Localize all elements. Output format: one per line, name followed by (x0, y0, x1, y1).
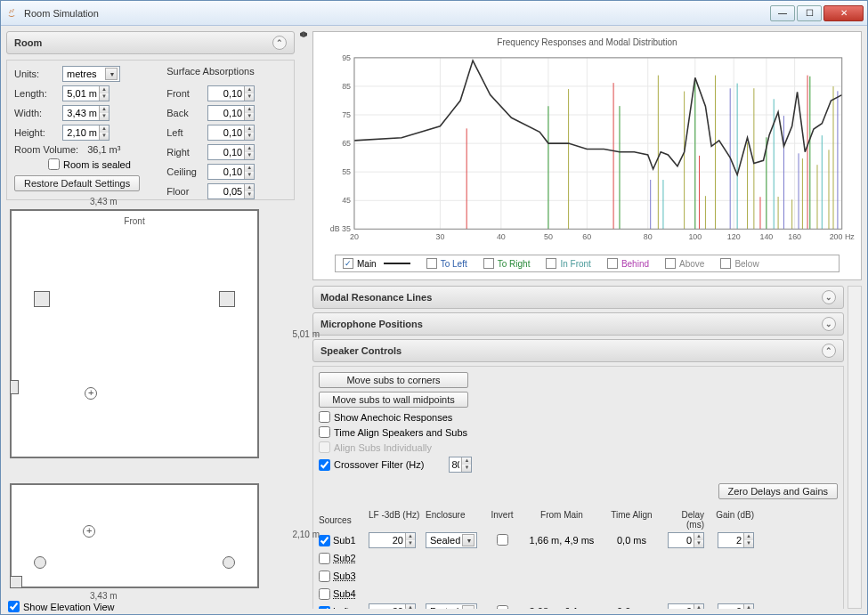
svg-text:30: 30 (435, 232, 444, 241)
pane-splitter[interactable]: ◀▶ (300, 26, 307, 614)
restore-defaults-button[interactable]: Restore Default Settings (14, 175, 140, 191)
chevron-down-icon[interactable]: ⌄ (822, 317, 836, 331)
room-section-header[interactable]: Room ⌃ (6, 31, 295, 54)
elev-sub-right-icon[interactable] (223, 556, 235, 569)
chart-container: Frequency Responses and Modal Distributi… (312, 31, 862, 280)
source-row: Sub1▲▼ Sealed▼ 1,66 m, 4,9 ms 0,0 ms ▲▼ … (319, 531, 838, 549)
width-input[interactable] (63, 106, 99, 120)
height-input[interactable] (63, 125, 99, 140)
col-gain-header: Gain (dB) (710, 510, 754, 530)
ceiling-absorb-spinner[interactable]: ▲▼ (207, 164, 255, 180)
speaker-section-header[interactable]: Speaker Controls ⌃ (312, 339, 844, 362)
source-enclosure-dropdown[interactable]: Ported▼ (426, 603, 477, 609)
source-enable-checkbox[interactable] (319, 606, 330, 610)
source-invert-checkbox[interactable] (497, 534, 508, 546)
mic-section-header[interactable]: Microphone Positions ⌄ (312, 312, 844, 336)
show-elevation-checkbox[interactable] (8, 601, 20, 612)
modal-section-header[interactable]: Modal Resonance Lines ⌄ (312, 286, 844, 309)
svg-text:160: 160 (788, 232, 801, 241)
source-enable-checkbox[interactable] (319, 535, 330, 546)
speaker-right-icon[interactable] (219, 291, 235, 307)
legend-toright-checkbox[interactable] (483, 258, 494, 269)
minimize-button[interactable]: — (770, 5, 795, 21)
source-lf-spinner[interactable]: ▲▼ (369, 532, 416, 548)
height-spinner[interactable]: ▲▼ (62, 125, 110, 141)
move-subs-corners-button[interactable]: Move subs to corners (319, 372, 468, 388)
chevron-down-icon: ▼ (462, 534, 475, 546)
col-sources-header: Sources (319, 510, 363, 530)
source-name: Sub3 (333, 570, 356, 581)
plan-width-label: 3,43 m (90, 197, 118, 206)
left-absorb-spinner[interactable]: ▲▼ (207, 125, 255, 141)
source-enable-checkbox[interactable] (319, 553, 330, 564)
col-enc-header: Enclosure (426, 510, 483, 530)
titlebar[interactable]: Room Simulation — ☐ ✕ (1, 1, 867, 26)
units-value: metres (65, 69, 105, 79)
source-lf-spinner[interactable]: ▲▼ (369, 603, 416, 609)
crossover-spinner[interactable]: ▲▼ (449, 457, 472, 473)
collapse-icon[interactable]: ⌃ (272, 36, 287, 50)
length-spinner[interactable]: ▲▼ (62, 85, 110, 101)
frequency-response-chart[interactable]: dB 3545556575859520304050608010012014016… (317, 49, 857, 251)
right-absorb-label: Right (166, 147, 202, 158)
sources-table: Sources LF -3dB (Hz) Enclosure Invert Fr… (319, 508, 838, 609)
source-from-main: 1,66 m, 4,9 ms (522, 535, 602, 546)
sealed-checkbox[interactable] (48, 158, 60, 170)
svg-text:50: 50 (544, 232, 553, 241)
zero-delays-gains-button[interactable]: Zero Delays and Gains (718, 483, 839, 499)
anechoic-checkbox[interactable] (319, 411, 330, 423)
floor-absorb-spinner[interactable]: ▲▼ (207, 183, 255, 199)
elev-corner-sub-icon[interactable] (10, 576, 22, 588)
sub-icon[interactable] (10, 380, 19, 394)
source-invert-checkbox[interactable] (497, 605, 508, 610)
crossover-checkbox[interactable] (319, 459, 330, 471)
source-row: Left▲▼ Ported▼ 2,08 m, 6,1 ms 0,0 ms ▲▼ … (319, 603, 838, 609)
legend-behind-checkbox[interactable] (607, 258, 618, 269)
units-label: Units: (14, 69, 57, 79)
chevron-down-icon[interactable]: ⌄ (822, 290, 836, 304)
show-elevation-label: Show Elevation View (23, 602, 115, 612)
source-delay-spinner[interactable]: ▲▼ (668, 603, 704, 609)
elev-sub-left-icon[interactable] (34, 556, 46, 569)
mic-icon[interactable] (85, 387, 97, 400)
units-dropdown[interactable]: metres ▼ (62, 66, 120, 82)
elev-mic-icon[interactable] (83, 525, 95, 538)
svg-text:40: 40 (497, 232, 506, 241)
legend-infront-checkbox[interactable] (546, 258, 556, 269)
svg-text:55: 55 (342, 167, 351, 176)
source-enable-checkbox[interactable] (319, 570, 330, 582)
chevron-up-icon[interactable]: ⌃ (822, 344, 836, 358)
back-absorb-spinner[interactable]: ▲▼ (207, 105, 255, 121)
svg-text:200 Hz: 200 Hz (830, 232, 856, 241)
legend-above-checkbox[interactable] (665, 258, 676, 269)
col-from-header: From Main (522, 510, 602, 530)
legend-below-checkbox[interactable] (720, 258, 731, 269)
width-spinner[interactable]: ▲▼ (62, 105, 110, 121)
source-delay-spinner[interactable]: ▲▼ (668, 532, 704, 548)
move-subs-midpoints-button[interactable]: Move subs to wall midpoints (319, 392, 468, 408)
source-gain-spinner[interactable]: ▲▼ (718, 532, 754, 548)
source-enclosure-dropdown[interactable]: Sealed▼ (426, 532, 477, 548)
room-plan-view[interactable]: Front (10, 209, 259, 458)
timealign-checkbox[interactable] (319, 426, 330, 438)
col-delay-header: Delay (ms) (661, 510, 704, 530)
room-elevation-view[interactable] (10, 483, 259, 588)
front-absorb-spinner[interactable]: ▲▼ (207, 85, 255, 101)
svg-text:120: 120 (727, 232, 741, 241)
close-button[interactable]: ✕ (823, 5, 864, 21)
chevron-down-icon: ▼ (462, 605, 475, 609)
legend-toleft-checkbox[interactable] (426, 258, 437, 269)
source-enable-checkbox[interactable] (319, 588, 330, 600)
source-name: Sub1 (333, 535, 356, 546)
right-absorb-spinner[interactable]: ▲▼ (207, 144, 255, 160)
col-lf-header: LF -3dB (Hz) (369, 510, 420, 530)
crossover-label: Crossover Filter (Hz) (334, 459, 424, 470)
window-title: Room Simulation (24, 8, 770, 19)
right-pane: Frequency Responses and Modal Distributi… (307, 26, 867, 614)
vertical-scrollbar[interactable] (848, 286, 862, 609)
speaker-left-icon[interactable] (34, 291, 50, 307)
maximize-button[interactable]: ☐ (797, 5, 822, 21)
source-gain-spinner[interactable]: ▲▼ (718, 603, 754, 609)
legend-main-checkbox[interactable]: ✓ (343, 258, 353, 269)
length-input[interactable] (63, 86, 99, 101)
